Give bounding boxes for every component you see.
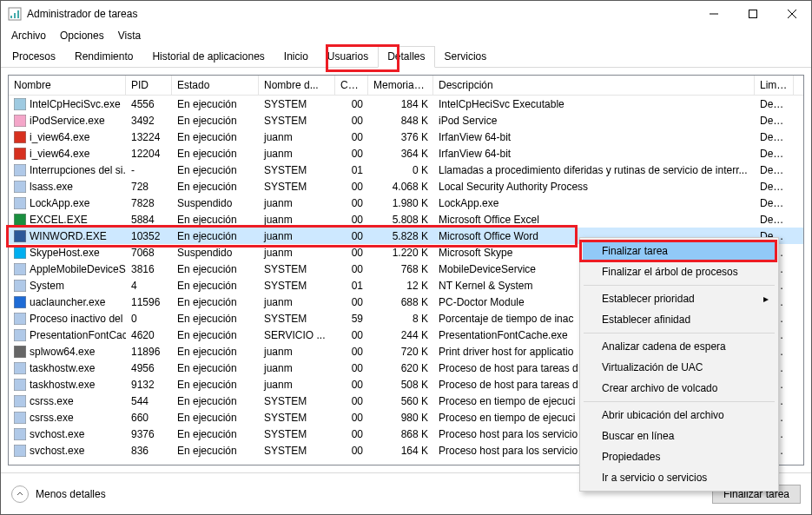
cell-cpu: 00	[335, 196, 368, 210]
cell-state: En ejecución	[172, 378, 259, 392]
table-row[interactable]: i_view64.exe13224En ejecuciónjuanm00376 …	[9, 129, 803, 145]
tab-procesos[interactable]: Procesos	[3, 46, 65, 67]
tab-rendimiento[interactable]: Rendimiento	[65, 46, 142, 67]
col-memoria[interactable]: Memoria (...	[368, 76, 433, 95]
context-menu-item[interactable]: Virtualización de UAC	[583, 357, 776, 378]
col-descripcion[interactable]: Descripción	[433, 76, 755, 95]
svg-rect-1	[10, 16, 12, 18]
cell-pid: 13224	[126, 130, 172, 144]
table-row[interactable]: lsass.exe728En ejecuciónSYSTEM004.068 KL…	[9, 178, 803, 195]
table-row[interactable]: i_view64.exe12204En ejecuciónjuanm00364 …	[9, 145, 803, 162]
svg-rect-28	[14, 428, 26, 440]
cell-user: juanm	[259, 229, 335, 243]
svg-rect-2	[14, 13, 16, 18]
cell-mem: 768 K	[368, 262, 433, 276]
svg-rect-18	[14, 263, 26, 275]
context-menu: Finalizar tareaFinalizar el árbol de pro…	[579, 237, 779, 492]
cell-name: i_view64.exe	[9, 130, 126, 144]
cell-state: En ejecución	[172, 411, 259, 425]
maximize-button[interactable]	[733, 1, 772, 27]
svg-rect-10	[14, 131, 26, 143]
close-button[interactable]	[772, 1, 811, 27]
context-menu-item[interactable]: Ir a servicio o servicios	[583, 467, 776, 488]
svg-rect-15	[14, 214, 26, 226]
minimize-button[interactable]	[694, 1, 733, 27]
table-row[interactable]: EXCEL.EXE5884En ejecuciónjuanm005.808 KM…	[9, 211, 803, 228]
tab-historial[interactable]: Historial de aplicaciones	[142, 46, 274, 67]
cell-state: En ejecución	[172, 328, 259, 342]
cell-lim: Deshabi	[755, 97, 794, 111]
cell-lim: Deshabi	[755, 163, 794, 177]
col-limitacion[interactable]: Limitaci	[755, 76, 794, 95]
cell-pid: 660	[126, 411, 172, 425]
cell-mem: 980 K	[368, 411, 433, 425]
tab-servicios[interactable]: Servicios	[435, 46, 497, 67]
cell-state: En ejecución	[172, 394, 259, 408]
cell-name: Interrupciones del si...	[9, 163, 126, 177]
table-row[interactable]: Interrupciones del si...-En ejecuciónSYS…	[9, 162, 803, 178]
svg-rect-20	[14, 296, 26, 308]
context-menu-item[interactable]: Propiedades	[583, 446, 776, 467]
cell-cpu: 01	[335, 163, 368, 177]
cell-pid: 4956	[126, 361, 172, 375]
context-menu-item[interactable]: Abrir ubicación del archivo	[583, 405, 776, 426]
table-row[interactable]: iPodService.exe3492En ejecuciónSYSTEM008…	[9, 112, 803, 129]
cell-mem: 848 K	[368, 114, 433, 128]
menu-opciones[interactable]: Opciones	[53, 28, 111, 43]
cell-mem: 376 K	[368, 130, 433, 144]
cell-pid: 836	[126, 444, 172, 458]
menu-archivo[interactable]: Archivo	[4, 28, 53, 43]
menu-vista[interactable]: Vista	[111, 28, 148, 43]
cell-mem: 720 K	[368, 345, 433, 359]
tab-usuarios[interactable]: Usuarios	[318, 46, 378, 67]
col-pid[interactable]: PID	[126, 76, 172, 95]
col-cpu[interactable]: CPU	[335, 76, 368, 95]
context-menu-item[interactable]: Finalizar tarea	[583, 241, 776, 261]
cell-user: juanm	[259, 130, 335, 144]
cell-user: SYSTEM	[259, 97, 335, 111]
tabbar: Procesos Rendimiento Historial de aplica…	[1, 46, 811, 68]
cell-cpu: 00	[335, 345, 368, 359]
cell-state: En ejecución	[172, 229, 259, 243]
cell-lim: Deshabi	[755, 180, 794, 194]
context-menu-item[interactable]: Analizar cadena de espera	[583, 336, 776, 357]
cell-user: juanm	[259, 295, 335, 309]
cell-state: En ejecución	[172, 427, 259, 441]
cell-desc: Local Security Authority Process	[433, 180, 755, 194]
fewer-details[interactable]: Menos detalles	[11, 485, 106, 503]
cell-user: SYSTEM	[259, 444, 335, 458]
cell-name: taskhostw.exe	[9, 378, 126, 392]
col-usuario[interactable]: Nombre d...	[259, 76, 335, 95]
cell-mem: 12 K	[368, 279, 433, 293]
cell-cpu: 00	[335, 180, 368, 194]
cell-lim: Deshabi	[755, 213, 794, 227]
cell-mem: 508 K	[368, 378, 433, 392]
tab-inicio[interactable]: Inicio	[274, 46, 318, 67]
cell-pid: 4	[126, 279, 172, 293]
context-menu-item[interactable]: Buscar en línea	[583, 426, 776, 446]
cell-user: SERVICIO ...	[259, 328, 335, 342]
tab-detalles[interactable]: Detalles	[378, 46, 434, 68]
cell-desc: iPod Service	[433, 114, 755, 128]
cell-pid: 11896	[126, 345, 172, 359]
context-menu-item[interactable]: Crear archivo de volcado	[583, 378, 776, 399]
cell-name: lsass.exe	[9, 180, 126, 194]
cell-user: juanm	[259, 378, 335, 392]
cell-state: En ejecución	[172, 295, 259, 309]
cell-cpu: 00	[335, 246, 368, 260]
cell-pid: 11596	[126, 295, 172, 309]
cell-pid: 4556	[126, 97, 172, 111]
context-menu-item[interactable]: Finalizar el árbol de procesos	[583, 261, 776, 282]
context-menu-item[interactable]: Establecer afinidad	[583, 309, 776, 330]
cell-state: En ejecución	[172, 345, 259, 359]
cell-state: Suspendido	[172, 246, 259, 260]
col-nombre[interactable]: Nombre	[9, 76, 126, 95]
context-menu-item[interactable]: Establecer prioridad▸	[583, 288, 776, 309]
col-estado[interactable]: Estado	[172, 76, 259, 95]
cell-mem: 184 K	[368, 97, 433, 111]
cell-user: SYSTEM	[259, 411, 335, 425]
table-row[interactable]: IntelCpHeciSvc.exe4556En ejecuciónSYSTEM…	[9, 96, 803, 112]
table-row[interactable]: LockApp.exe7828Suspendidojuanm001.980 KL…	[9, 195, 803, 211]
cell-user: juanm	[259, 246, 335, 260]
cell-cpu: 00	[335, 114, 368, 128]
